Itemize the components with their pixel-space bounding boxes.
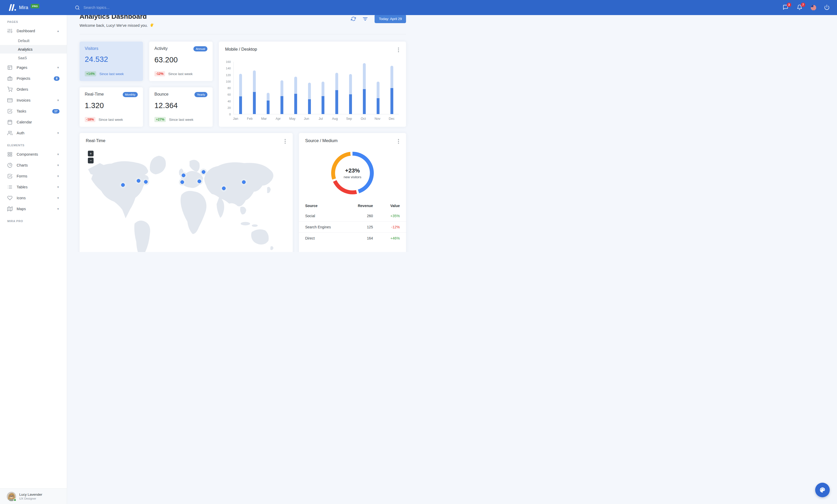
table-row[interactable]: Direct164+46% bbox=[299, 233, 406, 244]
table-row[interactable]: Search Engines125-12% bbox=[299, 222, 406, 233]
map-marker[interactable] bbox=[196, 178, 203, 185]
bar-column[interactable] bbox=[289, 62, 303, 114]
map-marker[interactable] bbox=[200, 169, 207, 175]
sidebar-subitem-analytics[interactable]: Analytics bbox=[0, 45, 67, 54]
period-badge[interactable]: Annual bbox=[193, 46, 208, 52]
date-range-button[interactable]: Today: April 29 bbox=[375, 15, 406, 23]
x-axis-label: Jul bbox=[314, 117, 328, 120]
map-marker[interactable] bbox=[135, 178, 142, 184]
table-row[interactable]: Social260+35% bbox=[299, 210, 406, 222]
sidebar-item-components[interactable]: Components ▼ bbox=[0, 149, 67, 160]
chevron-up-icon: ▲ bbox=[57, 29, 59, 33]
bar-column[interactable] bbox=[344, 62, 357, 114]
card-menu-button[interactable] bbox=[284, 138, 286, 145]
period-badge[interactable]: Yearly bbox=[194, 92, 208, 97]
bar-column[interactable] bbox=[275, 62, 289, 114]
map-marker[interactable] bbox=[179, 179, 185, 186]
sidebar-item-calendar[interactable]: Calendar bbox=[0, 117, 67, 128]
sidebar-item-orders[interactable]: Orders bbox=[0, 84, 67, 95]
y-axis-tick: 20 bbox=[228, 106, 231, 109]
column-header-value[interactable]: Value bbox=[379, 201, 406, 210]
x-axis-label: Oct bbox=[356, 117, 370, 120]
sidebar-item-maps[interactable]: Maps ▼ bbox=[0, 203, 67, 214]
map-marker[interactable] bbox=[220, 185, 227, 192]
filter-button[interactable] bbox=[362, 17, 368, 21]
sidebar-item-forms[interactable]: Forms ▼ bbox=[0, 171, 67, 182]
stat-value: 1.320 bbox=[85, 101, 138, 110]
sidebar-item-auth[interactable]: Auth ▼ bbox=[0, 128, 67, 138]
x-axis-label: Mar bbox=[257, 117, 271, 120]
shopping-cart-icon bbox=[7, 87, 13, 92]
y-axis-tick: 160 bbox=[226, 60, 231, 63]
stat-caption: Since last week bbox=[99, 72, 124, 76]
x-axis-label: Apr bbox=[271, 117, 285, 120]
sidebar-item-charts[interactable]: Charts ▼ bbox=[0, 160, 67, 171]
x-axis-label: Jan bbox=[229, 117, 243, 120]
value-cell: -12% bbox=[379, 222, 406, 233]
search-bar[interactable] bbox=[75, 5, 418, 10]
calendar-icon bbox=[7, 119, 13, 125]
check-square-icon bbox=[7, 109, 13, 114]
source-cell: Social bbox=[299, 210, 345, 222]
card-menu-button[interactable] bbox=[397, 138, 400, 145]
sidebar-item-pages[interactable]: Pages ▼ bbox=[0, 62, 67, 73]
world-map-svg bbox=[79, 146, 293, 252]
pro-badge: PRO bbox=[31, 4, 39, 8]
map-marker[interactable] bbox=[142, 179, 149, 185]
stat-cards: Visitors 24.532 +14% Since last week Act… bbox=[79, 41, 213, 127]
sidebar-subitem-default[interactable]: Default bbox=[0, 36, 67, 45]
revenue-cell: 260 bbox=[345, 210, 379, 222]
donut-chart: +23% new visitors bbox=[331, 152, 374, 194]
sidebar-item-invoices[interactable]: Invoices ▼ bbox=[0, 95, 67, 106]
stat-card-bounce: Bounce Yearly 12.364 +27% Since last wee… bbox=[149, 87, 213, 127]
world-map[interactable]: + − bbox=[79, 146, 293, 252]
sidebar-subitem-saas[interactable]: SaaS bbox=[0, 54, 67, 62]
sidebar-item-dashboard[interactable]: Dashboard ▲ bbox=[0, 25, 67, 36]
bar-column[interactable] bbox=[234, 62, 247, 114]
bar-months: JanFebMarAprMayJunJulAugSepOctNovDec bbox=[229, 117, 399, 120]
section-label-pages: PAGES bbox=[0, 15, 67, 25]
tasks-count-badge: 17 bbox=[52, 109, 59, 114]
column-header-source[interactable]: Source bbox=[299, 201, 345, 210]
column-header-revenue[interactable]: Revenue bbox=[345, 201, 379, 210]
stat-title: Bounce bbox=[155, 92, 168, 97]
bar-column[interactable] bbox=[371, 62, 385, 114]
donut-center-value: +23% bbox=[345, 167, 360, 174]
search-input[interactable] bbox=[84, 5, 161, 10]
sidebar-item-tasks[interactable]: Tasks 17 bbox=[0, 106, 67, 117]
sidebar-item-label: Auth bbox=[17, 131, 53, 135]
briefcase-icon bbox=[7, 76, 13, 81]
map-zoom-out-button[interactable]: − bbox=[88, 158, 93, 163]
mira-logo-icon bbox=[9, 4, 17, 11]
y-axis-tick: 120 bbox=[226, 74, 231, 77]
brand-name: Mira bbox=[19, 5, 28, 11]
period-badge[interactable]: Monthly bbox=[123, 92, 138, 97]
map-marker[interactable] bbox=[120, 182, 126, 188]
bar-column[interactable] bbox=[357, 62, 371, 114]
sidebar-item-projects[interactable]: Projects 8 bbox=[0, 73, 67, 84]
card-menu-button[interactable] bbox=[397, 47, 400, 53]
bar-column[interactable] bbox=[247, 62, 261, 114]
bar-column[interactable] bbox=[303, 62, 316, 114]
bar-plot bbox=[233, 62, 399, 114]
map-zoom-in-button[interactable]: + bbox=[88, 151, 93, 156]
chevron-down-icon: ▼ bbox=[57, 186, 59, 189]
change-chip: +27% bbox=[155, 117, 166, 122]
bar-column[interactable] bbox=[316, 62, 330, 114]
sidebar-item-icons[interactable]: Icons ▼ bbox=[0, 192, 67, 203]
stat-card-visitors: Visitors 24.532 +14% Since last week bbox=[79, 41, 143, 81]
sidebar-item-label: Icons bbox=[17, 196, 53, 200]
brand[interactable]: Mira PRO bbox=[0, 4, 67, 11]
header-divider bbox=[79, 34, 406, 34]
map-marker[interactable] bbox=[180, 172, 187, 179]
sidebar-item-tables[interactable]: Tables ▼ bbox=[0, 182, 67, 192]
filter-icon bbox=[362, 17, 368, 21]
map-marker[interactable] bbox=[241, 179, 247, 186]
chevron-down-icon: ▼ bbox=[57, 207, 59, 210]
chevron-down-icon: ▼ bbox=[57, 66, 59, 69]
bar-column[interactable] bbox=[261, 62, 275, 114]
x-axis-label: Nov bbox=[370, 117, 385, 120]
bar-column[interactable] bbox=[330, 62, 344, 114]
refresh-button[interactable] bbox=[351, 16, 356, 21]
bar-column[interactable] bbox=[385, 62, 399, 114]
